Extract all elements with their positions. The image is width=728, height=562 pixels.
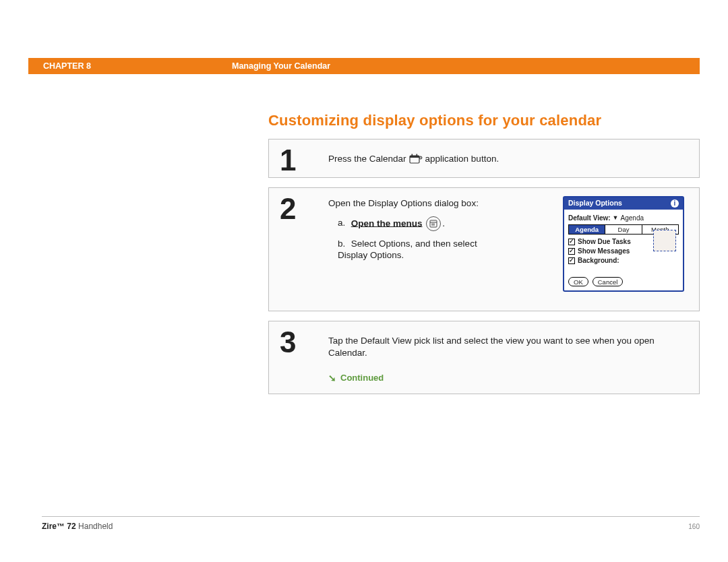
step-1: 1 Press the Calendar application button.: [268, 139, 700, 178]
step-2-text: Open the Display Options dialog box: a. …: [328, 197, 498, 261]
step-1-post: application button.: [425, 153, 499, 165]
page-title: Customizing display options for your cal…: [268, 112, 700, 129]
substep-label: b.: [338, 238, 348, 250]
dropdown-caret-icon: ▼: [613, 214, 619, 222]
svg-rect-2: [411, 154, 413, 157]
dialog-body: Default View: ▼ Agenda Agenda Day Month …: [564, 210, 683, 274]
menu-icon: [426, 216, 441, 231]
dialog-titlebar: Display Options i: [564, 197, 683, 210]
tab-agenda[interactable]: Agenda: [569, 225, 605, 234]
continued-indicator: ➘ Continued: [328, 372, 686, 384]
info-icon[interactable]: i: [671, 199, 679, 208]
section-title: Managing Your Calendar: [232, 61, 330, 71]
page-footer: Zire™ 72 Handheld 160: [42, 522, 700, 531]
product-name: Zire™ 72 Handheld: [42, 522, 113, 531]
step-number: 3: [280, 323, 296, 361]
background-preview[interactable]: [653, 230, 676, 251]
step-1-text: Press the Calendar application button.: [328, 153, 686, 165]
step-3: 3 Tap the Default View pick list and sel…: [268, 321, 700, 394]
display-options-dialog: Display Options i Default View: ▼ Agenda…: [563, 196, 684, 292]
svg-rect-3: [416, 154, 417, 157]
step-number: 2: [280, 189, 296, 228]
content-column: Customizing display options for your cal…: [268, 112, 700, 394]
svg-rect-1: [410, 156, 419, 158]
calendar-app-icon: [409, 153, 423, 165]
default-view-row[interactable]: Default View: ▼ Agenda: [568, 214, 679, 222]
checkbox-background[interactable]: ✓ Background:: [568, 256, 679, 265]
step-2: 2 Open the Display Options dialog box: a…: [268, 187, 700, 311]
chapter-label: CHAPTER 8: [43, 61, 91, 71]
checkbox-icon: ✓: [568, 239, 575, 245]
svg-line-6: [421, 158, 421, 158]
page-number: 160: [688, 523, 700, 530]
substep-period: .: [442, 218, 445, 228]
dialog-title: Display Options: [568, 199, 622, 208]
step-2a: a. Open the menus .: [328, 216, 498, 231]
tab-day[interactable]: Day: [605, 225, 642, 234]
default-view-value: Agenda: [621, 214, 644, 222]
substep-2b-text: Select Options, and then select Display …: [338, 239, 477, 261]
open-the-menus-link[interactable]: Open the menus: [351, 218, 423, 228]
step-2b: b. Select Options, and then select Displ…: [328, 238, 498, 261]
step-2-intro: Open the Display Options dialog box:: [328, 197, 498, 210]
dialog-buttons: OK Cancel: [564, 274, 683, 290]
footer-divider: [42, 516, 700, 517]
step-3-text: Tap the Default View pick list and selec…: [328, 335, 686, 358]
substep-label: a.: [338, 217, 348, 229]
checkbox-label: Background:: [578, 256, 619, 265]
continued-label: Continued: [340, 373, 384, 384]
page-header: CHAPTER 8 Managing Your Calendar: [28, 58, 700, 74]
product-name-rest: Handheld: [76, 522, 113, 531]
cancel-button[interactable]: Cancel: [593, 277, 624, 286]
step-number: 1: [280, 141, 296, 179]
checkbox-label: Show Due Tasks: [578, 237, 631, 246]
product-name-bold: Zire™ 72: [42, 522, 76, 531]
checkbox-label: Show Messages: [578, 247, 630, 255]
checkbox-icon: ✓: [568, 257, 575, 264]
checkbox-icon: ✓: [568, 248, 575, 255]
continued-arrow-icon: ➘: [328, 372, 336, 384]
step-1-pre: Press the Calendar: [328, 153, 406, 165]
default-view-label: Default View:: [568, 214, 611, 222]
ok-button[interactable]: OK: [568, 277, 588, 286]
